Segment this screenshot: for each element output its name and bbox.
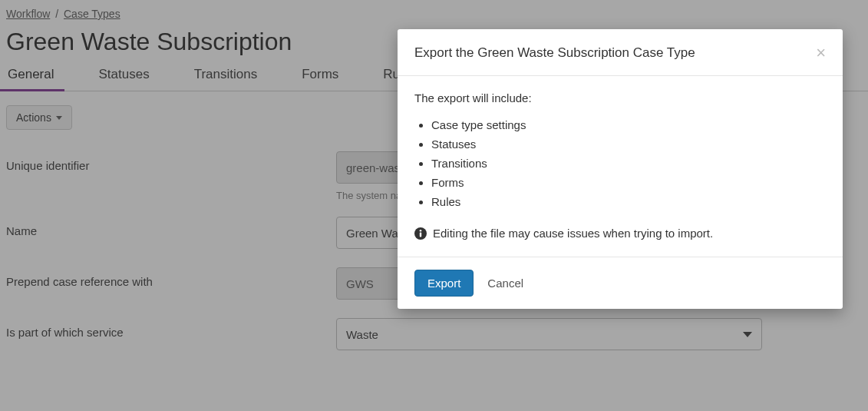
svg-point-1 bbox=[420, 230, 422, 232]
cancel-button[interactable]: Cancel bbox=[487, 277, 523, 290]
modal-item-list: Case type settings Statuses Transitions … bbox=[414, 115, 826, 211]
close-icon[interactable]: × bbox=[816, 45, 826, 61]
modal-intro: The export will include: bbox=[414, 91, 826, 104]
modal-warning: Editing the file may cause issues when t… bbox=[433, 227, 713, 240]
info-icon bbox=[414, 227, 427, 240]
list-item: Rules bbox=[431, 192, 826, 211]
list-item: Forms bbox=[431, 173, 826, 192]
list-item: Transitions bbox=[431, 154, 826, 173]
export-button[interactable]: Export bbox=[414, 270, 474, 297]
export-modal: Export the Green Waste Subscription Case… bbox=[398, 29, 843, 309]
list-item: Case type settings bbox=[431, 115, 826, 134]
list-item: Statuses bbox=[431, 134, 826, 154]
modal-title: Export the Green Waste Subscription Case… bbox=[414, 45, 695, 61]
svg-rect-2 bbox=[420, 232, 421, 237]
